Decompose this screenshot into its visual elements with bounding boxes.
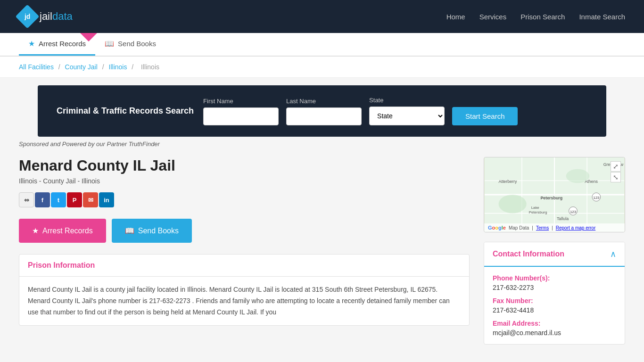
svg-point-19 xyxy=(566,169,589,183)
prison-info-body: Menard County IL Jail is a county jail f… xyxy=(19,277,469,325)
brand-logo[interactable]: jd jaildata xyxy=(19,8,73,25)
arrest-star-icon: ★ xyxy=(32,226,39,235)
phone-label: Phone Number(s): xyxy=(493,274,616,282)
sponsored-text: Sponsored and Powered by our Partner Tru… xyxy=(0,137,644,148)
main-content: Menard County IL Jail Illinois - County … xyxy=(0,148,644,354)
email-label: Email Address: xyxy=(493,320,616,327)
nav-links: Home Services Prison Search Inmate Searc… xyxy=(446,13,625,21)
nav-inmate-search[interactable]: Inmate Search xyxy=(579,13,625,21)
email-value: mcjail@co.menard.il.us xyxy=(493,329,616,337)
nav-home[interactable]: Home xyxy=(446,13,465,21)
svg-text:Petersburg: Petersburg xyxy=(540,196,562,200)
start-search-button[interactable]: Start Search xyxy=(452,107,518,125)
google-logo: Google xyxy=(488,225,506,230)
map-svg: 123 123 Greenview Atterberry Petersburg … xyxy=(484,157,625,232)
social-share: ⇔ f t P ✉ in xyxy=(19,192,470,207)
page-title: Menard County IL Jail xyxy=(19,157,470,174)
breadcrumb: All Facilities / County Jail / Illinois … xyxy=(0,57,644,78)
svg-point-18 xyxy=(499,195,527,214)
right-content: 123 123 Greenview Atterberry Petersburg … xyxy=(484,157,625,345)
send-books-button[interactable]: 📖 Send Books xyxy=(112,219,192,243)
phone-value: 217-632-2273 xyxy=(493,284,616,291)
breadcrumb-all-facilities[interactable]: All Facilities xyxy=(19,63,54,71)
fax-label: Fax Number: xyxy=(493,297,616,304)
state-select[interactable]: StateAlabamaAlaskaArizonaArkansasCalifor… xyxy=(369,107,445,125)
contact-section: Contact Information ∧ Phone Number(s): 2… xyxy=(484,242,625,345)
sub-nav: ★ Arrest Records 📖 Send Books xyxy=(0,33,644,57)
star-icon: ★ xyxy=(28,39,35,48)
pinterest-button[interactable]: P xyxy=(67,192,82,207)
logo-initials: jd xyxy=(25,13,30,20)
prison-info-section: Prison Information Menard County IL Jail… xyxy=(19,254,470,326)
search-banner-wrapper: Criminal & Traffic Records Search First … xyxy=(0,78,644,137)
contact-info-title: Contact Information xyxy=(493,250,564,258)
brand-name: jaildata xyxy=(40,10,73,23)
svg-text:123: 123 xyxy=(593,196,600,200)
state-label: State xyxy=(369,97,445,104)
navbar: jd jaildata Home Services Prison Search … xyxy=(0,0,644,33)
svg-text:123: 123 xyxy=(570,210,577,214)
linkedin-button[interactable]: in xyxy=(99,192,114,207)
email-button[interactable]: ✉ xyxy=(83,192,98,207)
fax-value: 217-632-4418 xyxy=(493,306,616,314)
contact-header: Contact Information ∧ xyxy=(484,242,625,267)
tab-send-books[interactable]: 📖 Send Books xyxy=(95,33,165,56)
map-container: 123 123 Greenview Atterberry Petersburg … xyxy=(484,157,625,232)
breadcrumb-illinois[interactable]: Illinois xyxy=(109,63,127,71)
book-icon: 📖 xyxy=(105,39,114,48)
search-fields: First Name Last Name State StateAlabamaA… xyxy=(203,97,587,125)
twitter-button[interactable]: t xyxy=(51,192,66,207)
action-buttons: ★ Arrest Records 📖 Send Books xyxy=(19,219,470,243)
map-terms-link[interactable]: Terms xyxy=(536,225,549,230)
map-controls: ⤢ ⤡ xyxy=(611,161,621,182)
map-data-label: Map Data xyxy=(509,225,529,230)
books-icon: 📖 xyxy=(125,226,134,235)
nav-services[interactable]: Services xyxy=(479,13,507,21)
map-expand-button[interactable]: ⤢ xyxy=(611,161,621,172)
arrest-records-button[interactable]: ★ Arrest Records xyxy=(19,219,106,243)
page-subtitle: Illinois - County Jail - Illinois xyxy=(19,177,470,185)
logo-diamond: jd xyxy=(16,5,40,29)
prison-info-header: Prison Information xyxy=(19,255,469,277)
facebook-button[interactable]: f xyxy=(35,192,50,207)
contact-body: Phone Number(s): 217-632-2273 Fax Number… xyxy=(484,267,625,344)
tab-arrest-records[interactable]: ★ Arrest Records xyxy=(19,33,95,56)
left-content: Menard County IL Jail Illinois - County … xyxy=(19,157,470,345)
breadcrumb-current: Illinois xyxy=(141,63,159,71)
state-field: State StateAlabamaAlaskaArizonaArkansasC… xyxy=(369,97,445,125)
breadcrumb-county-jail[interactable]: County Jail xyxy=(65,63,98,71)
svg-text:Tallula: Tallula xyxy=(557,216,569,221)
first-name-label: First Name xyxy=(203,98,279,105)
svg-text:Lake: Lake xyxy=(531,206,540,210)
search-banner-title: Criminal & Traffic Records Search xyxy=(57,105,194,117)
map-report-link[interactable]: Report a map error xyxy=(556,225,595,230)
map-footer: Google Map Data | Terms | Report a map e… xyxy=(484,223,625,232)
map-shrink-button[interactable]: ⤡ xyxy=(611,172,621,182)
first-name-input[interactable] xyxy=(203,107,279,125)
last-name-field: Last Name xyxy=(286,98,362,125)
last-name-input[interactable] xyxy=(286,107,362,125)
svg-text:Atterberry: Atterberry xyxy=(499,179,518,184)
nav-prison-search[interactable]: Prison Search xyxy=(520,13,565,21)
chevron-up-icon[interactable]: ∧ xyxy=(610,249,616,259)
search-banner: Criminal & Traffic Records Search First … xyxy=(38,85,606,137)
share-button[interactable]: ⇔ xyxy=(19,192,34,207)
first-name-field: First Name xyxy=(203,98,279,125)
svg-text:Petersburg: Petersburg xyxy=(529,210,547,214)
last-name-label: Last Name xyxy=(286,98,362,105)
